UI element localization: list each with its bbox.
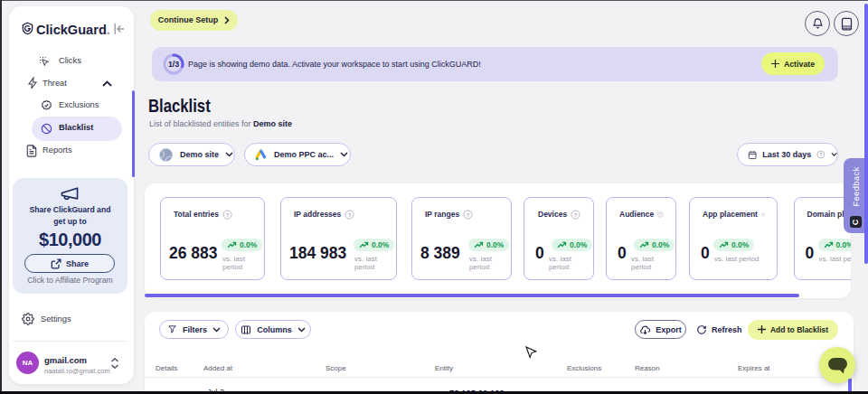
svg-text:?: ? xyxy=(762,213,764,215)
svg-text:?: ? xyxy=(574,211,578,217)
svg-text:1/3: 1/3 xyxy=(168,60,179,69)
svg-text:?: ? xyxy=(467,211,470,217)
svg-text:?: ? xyxy=(226,211,230,217)
svg-text:?: ? xyxy=(348,211,352,217)
svg-text:?: ? xyxy=(820,152,823,157)
svg-text:?: ? xyxy=(660,212,662,216)
